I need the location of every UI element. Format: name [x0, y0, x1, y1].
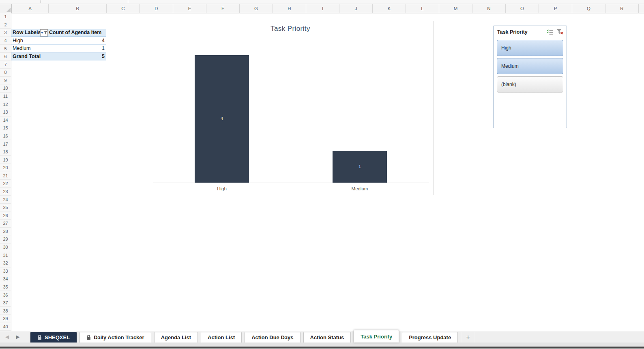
row-header-29[interactable]: 29 — [0, 235, 11, 243]
row-header-31[interactable]: 31 — [0, 251, 11, 259]
column-header-H[interactable]: H — [273, 4, 306, 13]
pivot-value-header-cell[interactable]: Count of Agenda Item — [48, 30, 106, 35]
pane-split-tick — [128, 0, 128, 3]
row-header-39[interactable]: 39 — [0, 315, 11, 323]
pivot-row-label[interactable]: High — [11, 38, 48, 43]
row-labels-filter-button[interactable] — [40, 29, 48, 37]
row-header-4[interactable]: 4 — [0, 37, 11, 45]
sheet-tab-label: Task Priority — [361, 334, 392, 340]
sheet-tab-label: Progress Update — [409, 334, 451, 340]
row-header-21[interactable]: 21 — [0, 172, 11, 180]
row-header-14[interactable]: 14 — [0, 116, 11, 125]
column-header-P[interactable]: P — [539, 4, 572, 13]
row-header-8[interactable]: 8 — [0, 69, 11, 77]
column-header-O[interactable]: O — [506, 4, 539, 13]
row-header-27[interactable]: 27 — [0, 220, 11, 228]
sheet-tab-action-due-days[interactable]: Action Due Days — [245, 332, 300, 343]
add-sheet-button[interactable]: + — [461, 332, 475, 343]
slicer-header: Task Priority — [494, 26, 567, 38]
row-header-37[interactable]: 37 — [0, 299, 11, 307]
row-header-26[interactable]: 26 — [0, 211, 11, 220]
sheet-tab-action-status[interactable]: Action Status — [303, 332, 351, 343]
pivot-row-label[interactable]: Medium — [11, 45, 48, 51]
pivot-row-value[interactable]: 1 — [48, 45, 106, 51]
row-header-23[interactable]: 23 — [0, 188, 11, 196]
sheet-tab-task-priority[interactable]: Task Priority — [354, 330, 399, 343]
chart-title: Task Priority — [147, 25, 434, 33]
clear-filter-icon[interactable] — [556, 28, 564, 36]
row-header-7[interactable]: 7 — [0, 60, 11, 69]
next-sheet-arrow[interactable]: ▶ — [16, 334, 19, 339]
row-header-33[interactable]: 33 — [0, 267, 11, 276]
column-header-G[interactable]: G — [240, 4, 273, 13]
column-header-Q[interactable]: Q — [572, 4, 605, 13]
row-header-1[interactable]: 1 — [0, 13, 11, 21]
pivot-row-value[interactable]: 4 — [48, 38, 106, 43]
column-header-C[interactable]: C — [107, 4, 140, 13]
row-header-17[interactable]: 17 — [0, 140, 11, 148]
row-header-11[interactable]: 11 — [0, 93, 11, 101]
prev-sheet-arrow[interactable]: ◀ — [5, 334, 9, 339]
slicer-item-medium[interactable]: Medium — [497, 58, 563, 74]
row-header-2[interactable]: 2 — [0, 21, 11, 29]
lock-icon — [37, 335, 42, 340]
row-header-28[interactable]: 28 — [0, 228, 11, 236]
row-header-15[interactable]: 15 — [0, 124, 11, 132]
row-header-32[interactable]: 32 — [0, 259, 11, 267]
column-header-L[interactable]: L — [406, 4, 439, 13]
row-header-12[interactable]: 12 — [0, 100, 11, 108]
row-header-10[interactable]: 10 — [0, 84, 11, 93]
row-header-9[interactable]: 9 — [0, 77, 11, 85]
row-header-16[interactable]: 16 — [0, 132, 11, 140]
task-priority-slicer[interactable]: Task Priority HighMedium(blank) — [493, 26, 567, 128]
pivot-total-row: Grand Total 5 — [11, 53, 106, 61]
slicer-items: HighMedium(blank) — [494, 38, 567, 93]
column-header-D[interactable]: D — [140, 4, 173, 13]
column-header-I[interactable]: I — [306, 4, 339, 13]
row-header-5[interactable]: 5 — [0, 45, 11, 53]
sheet-tab-sheqxel[interactable]: SHEQXEL — [30, 332, 77, 343]
row-header-24[interactable]: 24 — [0, 196, 11, 204]
row-header-19[interactable]: 19 — [0, 156, 11, 164]
row-header-34[interactable]: 34 — [0, 275, 11, 283]
row-header-18[interactable]: 18 — [0, 148, 11, 156]
pivot-total-value[interactable]: 5 — [48, 54, 106, 59]
slicer-item-blank[interactable]: (blank) — [497, 76, 563, 93]
pivot-total-label[interactable]: Grand Total — [11, 54, 48, 59]
sheet-tab-progress-update[interactable]: Progress Update — [402, 332, 458, 343]
column-header-N[interactable]: N — [472, 4, 506, 13]
row-header-13[interactable]: 13 — [0, 108, 11, 116]
column-header-E[interactable]: E — [173, 4, 206, 13]
row-header-36[interactable]: 36 — [0, 291, 11, 299]
slicer-item-high[interactable]: High — [497, 40, 563, 56]
row-header-3[interactable]: 3 — [0, 29, 11, 37]
column-header-B[interactable]: B — [49, 4, 107, 13]
column-header-K[interactable]: K — [373, 4, 406, 13]
sheet-tab-agenda-list[interactable]: Agenda List — [154, 332, 198, 343]
row-header-40[interactable]: 40 — [0, 323, 11, 331]
slicer-title: Task Priority — [497, 29, 544, 35]
task-priority-chart[interactable]: Task Priority 4High1Medium — [147, 21, 434, 195]
pivot-row-labels-cell[interactable]: Row Labels — [11, 30, 48, 35]
row-header-20[interactable]: 20 — [0, 164, 11, 172]
row-header-35[interactable]: 35 — [0, 283, 11, 291]
sheet-tab-daily-action-tracker[interactable]: Daily Action Tracker — [79, 332, 151, 343]
pivot-table: Row Labels Count of Agenda Item High4Med… — [11, 29, 106, 60]
row-header-25[interactable]: 25 — [0, 204, 11, 212]
row-header-30[interactable]: 30 — [0, 243, 11, 252]
select-all-button[interactable] — [0, 4, 12, 13]
row-header-22[interactable]: 22 — [0, 180, 11, 188]
column-header-F[interactable]: F — [206, 4, 240, 13]
column-header-A[interactable]: A — [12, 4, 49, 13]
pivot-row-high: High4 — [11, 37, 106, 45]
row-header-6[interactable]: 6 — [0, 53, 11, 61]
row-header-38[interactable]: 38 — [0, 307, 11, 315]
column-header-J[interactable]: J — [339, 4, 373, 13]
column-header-R[interactable]: R — [605, 4, 639, 13]
tab-navigation: ◀ ▶ — [0, 331, 30, 343]
sheet-tab-action-list[interactable]: Action List — [201, 332, 242, 343]
multi-select-icon[interactable] — [546, 28, 554, 36]
funnel-icon — [44, 31, 47, 35]
pane-split-tick — [41, 0, 41, 3]
column-header-M[interactable]: M — [439, 4, 472, 13]
